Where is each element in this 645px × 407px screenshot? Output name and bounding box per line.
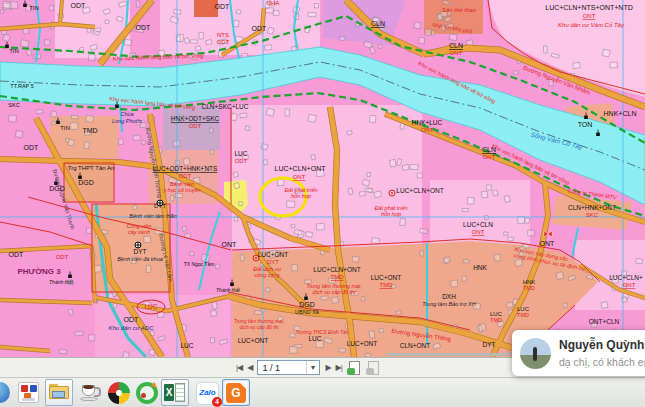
map-label: CLN+HNK+ONT xyxy=(568,204,616,211)
map-label: CLN xyxy=(371,20,385,27)
color-wheel-icon[interactable] xyxy=(108,382,130,404)
map-label: TT.RẠP 5 xyxy=(10,83,33,89)
first-page-button[interactable]: |◀ xyxy=(236,364,242,372)
map-label: dịch vụ cấp đô thị xyxy=(313,289,357,295)
map-label: ONT xyxy=(222,241,238,248)
map-label: LUC+ONT xyxy=(347,340,378,347)
notification-text: Nguyễn Quỳnh dạ chị, có khách em báo xyxy=(559,338,645,368)
coccoc-browser-icon[interactable] xyxy=(136,382,158,404)
map-label: ONT xyxy=(623,282,636,288)
map-label: công cộng xyxy=(254,272,280,278)
unikey-keyboard-icon[interactable] xyxy=(18,382,39,403)
map-label: DYT xyxy=(154,203,166,209)
zalo-notification-badge: 4 xyxy=(212,397,222,407)
map-label: Thánh thất xyxy=(216,287,241,293)
avatar xyxy=(520,338,551,369)
map-label: LUC+CLN+ xyxy=(609,274,643,281)
prev-page-button[interactable]: ◀ xyxy=(247,364,252,372)
previous-view-button[interactable] xyxy=(347,360,361,375)
map-label: ONT xyxy=(540,240,556,247)
map-label: ONT xyxy=(483,154,496,160)
map-label: ODT xyxy=(217,39,230,45)
excel-icon: X xyxy=(164,383,186,402)
coffee-cup-icon[interactable] xyxy=(79,382,101,404)
blue-app-partial-icon[interactable] xyxy=(0,382,10,403)
map-label: ONT xyxy=(450,50,463,56)
map-label: CLN+ONT xyxy=(400,342,431,349)
map-label: LUC xyxy=(180,342,193,349)
map-label: LUC+CLN+ONT xyxy=(313,266,360,273)
map-label: Trung tâm Bảo trợ XH xyxy=(422,301,475,307)
map-label: SKC xyxy=(8,102,19,108)
file-manager-button[interactable] xyxy=(45,379,73,406)
map-label: ODT xyxy=(189,123,202,129)
map-label: CLN xyxy=(449,42,463,49)
map-label: DYT xyxy=(483,341,496,348)
map-label: TMD xyxy=(490,317,502,323)
taskbar: X Zalo 4 G ▲ xyxy=(0,377,645,407)
map-label: LUC xyxy=(144,303,157,310)
horizontal-scrollbar-thumb[interactable] xyxy=(386,353,510,356)
map-label: y học cổ truyền xyxy=(162,187,200,193)
map-label: LUC+ODT+HNK+NTS xyxy=(153,165,218,172)
map-label: TIN xyxy=(9,48,19,54)
map-label: ODT xyxy=(179,173,192,179)
map-label: ODT xyxy=(9,251,25,258)
map-label: Chùa xyxy=(120,111,133,117)
next-page-button[interactable]: ▶ xyxy=(325,364,330,372)
map-label: TON xyxy=(578,121,593,128)
map-label: Thánh thất xyxy=(49,279,74,285)
map-label: DGD xyxy=(78,179,94,186)
map-label: DXH xyxy=(442,293,456,300)
map-label: LUC xyxy=(308,335,321,342)
map-label: LUC+ONT xyxy=(371,274,402,281)
map-label: ONT xyxy=(421,127,434,133)
map-label: TMD xyxy=(517,312,529,318)
zalo-icon[interactable]: Zalo 4 xyxy=(196,382,219,405)
map-label: Long Phước xyxy=(112,118,142,124)
map-label: TMD xyxy=(331,274,345,280)
notification-message: dạ chị, có khách em báo xyxy=(559,356,645,368)
map-label: ODT xyxy=(136,24,152,31)
map-label: ONT xyxy=(583,13,596,19)
map-label: HNK+CLN xyxy=(604,110,637,117)
desktop-screen: TINODTODTODTODTNTSODTCHATINCLNSân thể th… xyxy=(0,0,645,407)
map-label: Trường THCS Đình Tân xyxy=(295,329,348,335)
map-label: NTS xyxy=(217,32,229,38)
map-label: CLN+SKC+LUC xyxy=(202,103,249,110)
map-label: LUC+ONT xyxy=(238,337,269,344)
last-page-button[interactable]: ▶| xyxy=(336,364,342,372)
map-label: Sân thể thao xyxy=(442,7,477,13)
map-label: Bệnh viện đa khoa xyxy=(117,256,163,262)
map-label: ONT xyxy=(293,174,306,180)
map-label: TIN xyxy=(29,5,39,11)
map-label: LUC+CLN xyxy=(463,221,493,228)
map-label: ODT xyxy=(235,158,248,164)
map-label: HNK+LUC xyxy=(412,119,443,126)
map-label: TX Ngọc Tâm xyxy=(184,261,215,267)
map-viewport[interactable]: TINODTODTODTODTNTSODTCHATINCLNSân thể th… xyxy=(0,0,645,357)
map-label: SKC xyxy=(586,212,599,218)
notification-sender-name: Nguyễn Quỳnh xyxy=(559,338,645,352)
map-label: LUC+CLN+ONT xyxy=(396,187,443,194)
map-label: ODT xyxy=(24,144,40,151)
map-label: CHA xyxy=(267,0,280,6)
page-indicator: 1 / 1 xyxy=(262,363,280,373)
page-number-input[interactable]: 1 / 1 ▼ xyxy=(257,360,320,375)
map-label: TMD xyxy=(82,127,97,134)
map-label: ONT xyxy=(472,229,485,235)
map-label: UBND Xã xyxy=(295,309,320,315)
map-label: Trg THPT Tân An xyxy=(68,165,114,171)
map-label: Khu dân cư Vàm Cỏ Tây xyxy=(558,22,625,28)
map-label: LUC xyxy=(234,150,247,157)
map-label: ODT xyxy=(124,316,140,323)
map-label: hỗn hợp xyxy=(291,193,311,199)
next-view-button[interactable] xyxy=(366,360,380,375)
g-app-button[interactable]: G xyxy=(222,379,250,406)
map-label: Bệnh viện tâm thần xyxy=(129,213,176,219)
chat-notification-card[interactable]: Nguyễn Quỳnh dạ chị, có khách em báo xyxy=(512,330,645,376)
map-label: PHƯỜNG 3 xyxy=(17,267,61,276)
excel-button[interactable]: X xyxy=(161,379,189,406)
map-label: DYT xyxy=(267,259,279,265)
page-dropdown-arrow[interactable]: ▼ xyxy=(306,361,318,374)
